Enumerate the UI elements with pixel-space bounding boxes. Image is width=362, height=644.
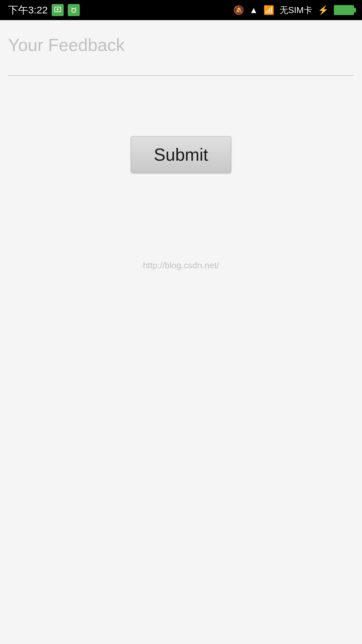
button-area: Submit [8,136,354,173]
signal-icon: 📶 [263,5,274,15]
screenshot-icon [52,4,64,16]
main-content: Your Feedback Submit http://blog.csdn.ne… [0,20,362,412]
svg-point-1 [57,8,59,10]
feedback-label: Your Feedback [8,28,354,75]
status-bar-left: 下午3:22 [8,3,80,17]
submit-button[interactable]: Submit [131,136,231,173]
battery-icon [334,5,354,15]
watermark: http://blog.csdn.net/ [8,260,354,271]
status-bar: 下午3:22 🔕 ▲ 📶 无SIM卡 ⚡ [0,0,362,20]
wifi-icon: ▲ [249,5,258,15]
svg-point-6 [74,10,75,10]
svg-line-3 [72,8,72,9]
svg-line-4 [75,8,76,9]
no-sim-label: 无SIM卡 [280,4,312,16]
charge-icon: ⚡ [318,5,328,15]
svg-point-5 [72,10,73,10]
status-bar-right: 🔕 ▲ 📶 无SIM卡 ⚡ [233,4,354,16]
android-icon [68,4,80,16]
mute-icon: 🔕 [233,5,244,15]
status-time: 下午3:22 [8,3,48,17]
divider [8,75,354,76]
